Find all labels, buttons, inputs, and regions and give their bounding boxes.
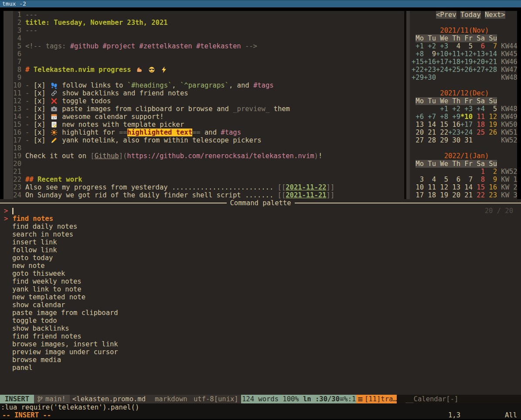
calendar-day[interactable]: 16: [485, 183, 497, 191]
palette-item[interactable]: new templated note: [12, 293, 85, 301]
calendar-day[interactable]: 6: [473, 42, 485, 50]
calendar-day[interactable]: +11: [448, 50, 460, 58]
palette-item[interactable]: follow link: [12, 246, 57, 254]
calendar-day[interactable]: +24: [436, 66, 448, 74]
palette-item[interactable]: paste image from clipboard: [12, 309, 118, 317]
calendar-day[interactable]: +9: [448, 113, 460, 121]
calendar-day[interactable]: 5: [460, 42, 473, 50]
calendar-day[interactable]: 22: [473, 191, 485, 199]
calendar-day[interactable]: 11: [473, 113, 485, 121]
wiki-link[interactable]: 2021-11-22: [286, 183, 326, 191]
editor-line[interactable]: ---: [25, 11, 37, 19]
palette-item[interactable]: find friend notes: [12, 332, 82, 340]
calendar-day[interactable]: 13: [412, 121, 424, 129]
calendar-day[interactable]: 26: [485, 129, 497, 136]
calendar-day[interactable]: 8: [473, 176, 485, 183]
calendar-day[interactable]: 9: [485, 176, 497, 183]
calendar-day[interactable]: 20: [412, 129, 424, 136]
calendar-day[interactable]: 25: [473, 129, 485, 136]
link-github[interactable]: Github: [95, 152, 119, 160]
calendar-day[interactable]: 15: [436, 121, 448, 129]
calendar-day[interactable]: *10: [460, 113, 473, 121]
palette-item[interactable]: goto today: [12, 254, 53, 262]
editor-line[interactable]: ## Recent work: [25, 176, 82, 183]
calendar-day[interactable]: 2: [485, 168, 497, 176]
calendar-day[interactable]: +30: [424, 74, 436, 81]
calendar-day[interactable]: +18: [448, 58, 460, 66]
calendar-day[interactable]: +6: [412, 113, 424, 121]
editor-line[interactable]: - [x] new notes with template picker: [25, 121, 184, 129]
calendar-day[interactable]: +29: [412, 74, 424, 81]
command-line[interactable]: :lua require('telekasten').panel(): [0, 403, 521, 411]
calendar-day[interactable]: +22: [412, 66, 424, 74]
calendar-day[interactable]: 27: [412, 136, 424, 144]
calendar-day[interactable]: 19: [436, 191, 448, 199]
calendar-day[interactable]: 18: [424, 191, 436, 199]
calendar-day[interactable]: 14: [460, 183, 473, 191]
calendar-day[interactable]: +14: [485, 50, 497, 58]
calendar-day[interactable]: 21: [424, 129, 436, 136]
tab-segment[interactable]: [11]tra…: [356, 395, 397, 403]
calendar-day[interactable]: 3: [412, 176, 424, 183]
palette-item[interactable]: panel: [12, 364, 33, 372]
editor-line[interactable]: <!-- tags: #github #project #zettelkaste…: [25, 42, 257, 50]
calendar-day[interactable]: +7: [424, 113, 436, 121]
calendar-day[interactable]: 6: [448, 176, 460, 183]
calendar-day[interactable]: 11: [424, 183, 436, 191]
calendar-day[interactable]: 28: [424, 136, 436, 144]
calendar-day[interactable]: +1: [412, 42, 424, 50]
calendar-day[interactable]: +8: [412, 50, 424, 58]
calendar-day[interactable]: +17: [460, 121, 473, 129]
calendar-day[interactable]: 21: [460, 191, 473, 199]
calendar-day[interactable]: +15: [412, 58, 424, 66]
editor-line[interactable]: On Sunday we got rid of the daily finder…: [25, 191, 334, 199]
editor-line[interactable]: - [x] highlight for ==highlighted text==…: [25, 129, 241, 136]
palette-item[interactable]: show backlinks: [12, 325, 69, 332]
editor-line[interactable]: - [x] yank notelink, also from within te…: [25, 136, 262, 144]
today-button[interactable]: Today: [460, 11, 481, 19]
editor-line[interactable]: - [x] follow links to `#headings`, `^par…: [25, 81, 274, 89]
palette-item[interactable]: search in notes: [12, 230, 73, 238]
editor-line[interactable]: Check it out on [Github](https://github.…: [25, 152, 322, 160]
calendar-day[interactable]: 22: [436, 129, 448, 136]
palette-item[interactable]: insert link: [12, 238, 57, 246]
calendar-day[interactable]: 4: [424, 176, 436, 183]
calendar-day[interactable]: 30: [448, 136, 460, 144]
calendar-day[interactable]: 9: [424, 50, 436, 58]
calendar-day[interactable]: 13: [448, 183, 460, 191]
calendar-day[interactable]: +28: [485, 66, 497, 74]
palette-item[interactable]: yank link to note: [12, 285, 82, 293]
calendar-day[interactable]: +3: [436, 42, 448, 50]
calendar-day[interactable]: +17: [436, 58, 448, 66]
calendar-day[interactable]: +2: [424, 42, 436, 50]
palette-item[interactable]: find weekly notes: [12, 278, 82, 285]
calendar-day[interactable]: +23: [448, 129, 460, 136]
palette-item[interactable]: browse media: [12, 356, 61, 364]
calendar-day[interactable]: 5: [485, 105, 497, 113]
calendar-day[interactable]: +19: [460, 58, 473, 66]
calendar-day[interactable]: 14: [424, 121, 436, 129]
calendar-day[interactable]: 19: [485, 121, 497, 129]
calendar-day[interactable]: +21: [485, 58, 497, 66]
calendar-day[interactable]: +2: [448, 105, 460, 113]
palette-item[interactable]: new note: [12, 262, 45, 270]
calendar-day[interactable]: 17: [412, 191, 424, 199]
calendar-day[interactable]: +13: [473, 50, 485, 58]
editor-line[interactable]: ---: [25, 27, 37, 34]
calendar-day[interactable]: +1: [436, 105, 448, 113]
editor-line[interactable]: - [x] 17 awesome calendar support!: [25, 113, 164, 121]
calendar-day[interactable]: +12: [460, 50, 473, 58]
calendar-day[interactable]: 12: [485, 113, 497, 121]
calendar-day[interactable]: +4: [473, 105, 485, 113]
calendar-day[interactable]: 18: [473, 121, 485, 129]
editor-line[interactable]: # Telekasten.nvim progress: [25, 66, 168, 74]
calendar-day[interactable]: +25: [448, 66, 460, 74]
palette-item[interactable]: browse images, insert link: [12, 340, 118, 348]
calendar-day[interactable]: 29: [436, 136, 448, 144]
calendar-day[interactable]: +16: [424, 58, 436, 66]
calendar-day[interactable]: +26: [460, 66, 473, 74]
calendar-day[interactable]: +24: [460, 129, 473, 136]
palette-item[interactable]: toggle todo: [12, 317, 57, 325]
next-button[interactable]: Next>: [485, 11, 505, 19]
calendar-day[interactable]: 7: [460, 176, 473, 183]
